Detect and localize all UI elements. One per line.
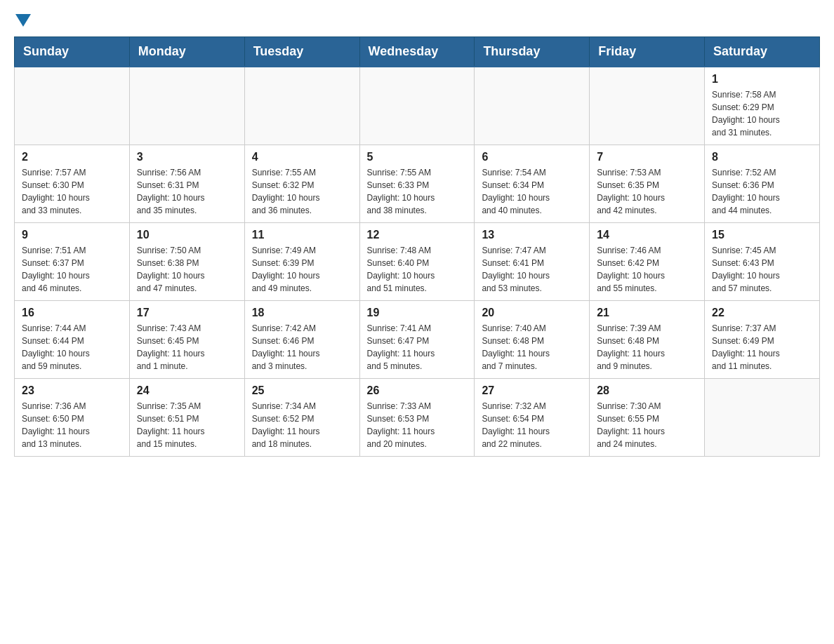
table-row: 22Sunrise: 7:37 AMSunset: 6:49 PMDayligh… bbox=[705, 301, 820, 379]
day-info: Sunrise: 7:35 AMSunset: 6:51 PMDaylight:… bbox=[137, 400, 237, 450]
col-monday: Monday bbox=[129, 37, 244, 67]
day-info: Sunrise: 7:52 AMSunset: 6:36 PMDaylight:… bbox=[712, 166, 812, 217]
day-number: 3 bbox=[137, 151, 237, 163]
table-row: 14Sunrise: 7:46 AMSunset: 6:42 PMDayligh… bbox=[590, 223, 705, 301]
day-info: Sunrise: 7:39 AMSunset: 6:48 PMDaylight:… bbox=[597, 322, 697, 373]
day-number: 17 bbox=[137, 307, 237, 319]
day-info: Sunrise: 7:41 AMSunset: 6:47 PMDaylight:… bbox=[367, 322, 468, 373]
day-info: Sunrise: 7:46 AMSunset: 6:42 PMDaylight:… bbox=[597, 244, 697, 295]
table-row: 8Sunrise: 7:52 AMSunset: 6:36 PMDaylight… bbox=[705, 145, 820, 223]
day-number: 1 bbox=[712, 73, 812, 86]
day-info: Sunrise: 7:50 AMSunset: 6:38 PMDaylight:… bbox=[137, 244, 237, 295]
table-row: 18Sunrise: 7:42 AMSunset: 6:46 PMDayligh… bbox=[244, 301, 359, 379]
table-row: 3Sunrise: 7:56 AMSunset: 6:31 PMDaylight… bbox=[129, 145, 244, 223]
table-row: 21Sunrise: 7:39 AMSunset: 6:48 PMDayligh… bbox=[590, 301, 705, 379]
table-row: 15Sunrise: 7:45 AMSunset: 6:43 PMDayligh… bbox=[705, 223, 820, 301]
table-row: 11Sunrise: 7:49 AMSunset: 6:39 PMDayligh… bbox=[244, 223, 359, 301]
table-row: 17Sunrise: 7:43 AMSunset: 6:45 PMDayligh… bbox=[129, 301, 244, 379]
day-number: 28 bbox=[597, 384, 697, 397]
table-row: 20Sunrise: 7:40 AMSunset: 6:48 PMDayligh… bbox=[475, 301, 590, 379]
table-row bbox=[359, 67, 475, 145]
day-info: Sunrise: 7:53 AMSunset: 6:35 PMDaylight:… bbox=[597, 166, 697, 217]
table-row: 16Sunrise: 7:44 AMSunset: 6:44 PMDayligh… bbox=[15, 301, 130, 379]
day-number: 10 bbox=[137, 229, 237, 241]
day-info: Sunrise: 7:34 AMSunset: 6:52 PMDaylight:… bbox=[252, 400, 352, 450]
calendar-table: Sunday Monday Tuesday Wednesday Thursday… bbox=[14, 36, 820, 457]
day-info: Sunrise: 7:33 AMSunset: 6:53 PMDaylight:… bbox=[367, 400, 468, 450]
day-info: Sunrise: 7:49 AMSunset: 6:39 PMDaylight:… bbox=[252, 244, 352, 295]
table-row: 7Sunrise: 7:53 AMSunset: 6:35 PMDaylight… bbox=[590, 145, 705, 223]
logo-triangle-icon bbox=[15, 14, 31, 29]
table-row bbox=[129, 67, 244, 145]
table-row: 26Sunrise: 7:33 AMSunset: 6:53 PMDayligh… bbox=[359, 379, 475, 457]
table-row bbox=[475, 67, 590, 145]
day-info: Sunrise: 7:47 AMSunset: 6:41 PMDaylight:… bbox=[482, 244, 582, 295]
day-number: 4 bbox=[252, 151, 352, 163]
day-number: 16 bbox=[22, 307, 122, 319]
calendar-week-row: 9Sunrise: 7:51 AMSunset: 6:37 PMDaylight… bbox=[15, 223, 820, 301]
day-info: Sunrise: 7:36 AMSunset: 6:50 PMDaylight:… bbox=[22, 400, 122, 450]
table-row: 28Sunrise: 7:30 AMSunset: 6:55 PMDayligh… bbox=[590, 379, 705, 457]
table-row bbox=[590, 67, 705, 145]
table-row: 25Sunrise: 7:34 AMSunset: 6:52 PMDayligh… bbox=[244, 379, 359, 457]
day-info: Sunrise: 7:48 AMSunset: 6:40 PMDaylight:… bbox=[367, 244, 468, 295]
calendar-week-row: 2Sunrise: 7:57 AMSunset: 6:30 PMDaylight… bbox=[15, 145, 820, 223]
day-number: 26 bbox=[367, 384, 468, 397]
table-row: 1Sunrise: 7:58 AMSunset: 6:29 PMDaylight… bbox=[705, 67, 820, 145]
day-number: 6 bbox=[482, 151, 582, 163]
day-number: 13 bbox=[482, 229, 582, 241]
table-row: 27Sunrise: 7:32 AMSunset: 6:54 PMDayligh… bbox=[475, 379, 590, 457]
day-number: 27 bbox=[482, 384, 582, 397]
day-info: Sunrise: 7:45 AMSunset: 6:43 PMDaylight:… bbox=[712, 244, 812, 295]
day-number: 7 bbox=[597, 151, 697, 163]
calendar-week-row: 1Sunrise: 7:58 AMSunset: 6:29 PMDaylight… bbox=[15, 67, 820, 145]
day-info: Sunrise: 7:54 AMSunset: 6:34 PMDaylight:… bbox=[482, 166, 582, 217]
table-row bbox=[244, 67, 359, 145]
day-info: Sunrise: 7:30 AMSunset: 6:55 PMDaylight:… bbox=[597, 400, 697, 450]
table-row: 2Sunrise: 7:57 AMSunset: 6:30 PMDaylight… bbox=[15, 145, 130, 223]
day-number: 9 bbox=[22, 229, 122, 241]
day-number: 23 bbox=[22, 384, 122, 397]
table-row: 10Sunrise: 7:50 AMSunset: 6:38 PMDayligh… bbox=[129, 223, 244, 301]
day-info: Sunrise: 7:32 AMSunset: 6:54 PMDaylight:… bbox=[482, 400, 582, 450]
calendar-header-row: Sunday Monday Tuesday Wednesday Thursday… bbox=[15, 37, 820, 67]
col-friday: Friday bbox=[590, 37, 705, 67]
day-info: Sunrise: 7:55 AMSunset: 6:32 PMDaylight:… bbox=[252, 166, 352, 217]
table-row: 19Sunrise: 7:41 AMSunset: 6:47 PMDayligh… bbox=[359, 301, 475, 379]
day-number: 12 bbox=[367, 229, 468, 241]
day-number: 22 bbox=[712, 307, 812, 319]
table-row: 24Sunrise: 7:35 AMSunset: 6:51 PMDayligh… bbox=[129, 379, 244, 457]
table-row: 13Sunrise: 7:47 AMSunset: 6:41 PMDayligh… bbox=[475, 223, 590, 301]
day-number: 8 bbox=[712, 151, 812, 163]
logo bbox=[14, 14, 37, 29]
table-row: 9Sunrise: 7:51 AMSunset: 6:37 PMDaylight… bbox=[15, 223, 130, 301]
calendar-week-row: 16Sunrise: 7:44 AMSunset: 6:44 PMDayligh… bbox=[15, 301, 820, 379]
day-number: 25 bbox=[252, 384, 352, 397]
table-row: 5Sunrise: 7:55 AMSunset: 6:33 PMDaylight… bbox=[359, 145, 475, 223]
day-info: Sunrise: 7:43 AMSunset: 6:45 PMDaylight:… bbox=[137, 322, 237, 373]
calendar-week-row: 23Sunrise: 7:36 AMSunset: 6:50 PMDayligh… bbox=[15, 379, 820, 457]
day-number: 19 bbox=[367, 307, 468, 319]
day-number: 2 bbox=[22, 151, 122, 163]
day-number: 20 bbox=[482, 307, 582, 319]
table-row: 12Sunrise: 7:48 AMSunset: 6:40 PMDayligh… bbox=[359, 223, 475, 301]
day-number: 5 bbox=[367, 151, 468, 163]
col-saturday: Saturday bbox=[705, 37, 820, 67]
day-info: Sunrise: 7:56 AMSunset: 6:31 PMDaylight:… bbox=[137, 166, 237, 217]
day-info: Sunrise: 7:37 AMSunset: 6:49 PMDaylight:… bbox=[712, 322, 812, 373]
day-number: 18 bbox=[252, 307, 352, 319]
svg-marker-0 bbox=[15, 14, 31, 27]
col-sunday: Sunday bbox=[15, 37, 130, 67]
page-header bbox=[14, 14, 820, 29]
day-number: 11 bbox=[252, 229, 352, 241]
table-row: 23Sunrise: 7:36 AMSunset: 6:50 PMDayligh… bbox=[15, 379, 130, 457]
day-info: Sunrise: 7:57 AMSunset: 6:30 PMDaylight:… bbox=[22, 166, 122, 217]
day-info: Sunrise: 7:44 AMSunset: 6:44 PMDaylight:… bbox=[22, 322, 122, 373]
day-info: Sunrise: 7:40 AMSunset: 6:48 PMDaylight:… bbox=[482, 322, 582, 373]
table-row bbox=[15, 67, 130, 145]
day-info: Sunrise: 7:42 AMSunset: 6:46 PMDaylight:… bbox=[252, 322, 352, 373]
day-info: Sunrise: 7:58 AMSunset: 6:29 PMDaylight:… bbox=[712, 88, 812, 139]
table-row: 6Sunrise: 7:54 AMSunset: 6:34 PMDaylight… bbox=[475, 145, 590, 223]
table-row bbox=[705, 379, 820, 457]
col-wednesday: Wednesday bbox=[359, 37, 475, 67]
